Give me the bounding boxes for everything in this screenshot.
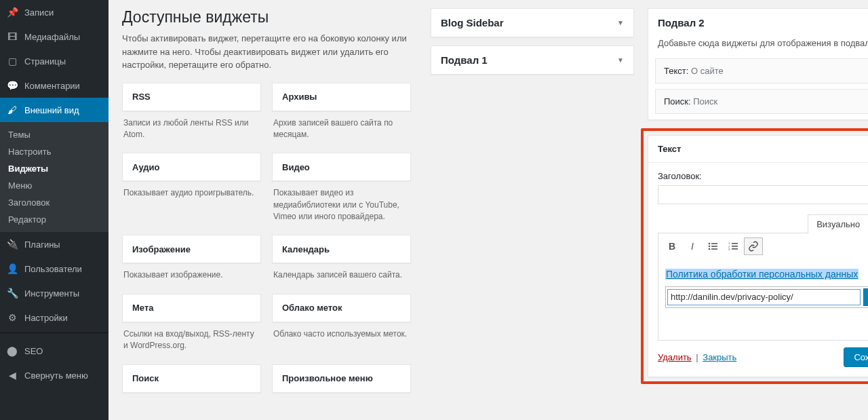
sidebar-item-collapse[interactable]: ◀ Свернуть меню bbox=[0, 363, 108, 387]
link-url-input[interactable] bbox=[667, 289, 861, 305]
widget-areas-col-2: Подвал 2 ▲ Добавьте сюда виджеты для ото… bbox=[648, 8, 868, 406]
delete-link[interactable]: Удалить bbox=[658, 352, 692, 362]
sidebar-item-appearance[interactable]: 🖌 Внешний вид bbox=[0, 98, 108, 122]
area-title: Подвал 2 bbox=[658, 17, 705, 28]
sub-widgets[interactable]: Виджеты bbox=[0, 160, 108, 177]
area-title: Blog Sidebar bbox=[441, 17, 504, 28]
widget-header[interactable]: Облако меток bbox=[272, 294, 411, 322]
area-widget-item[interactable]: Поиск: Поиск▼ bbox=[655, 89, 868, 114]
tab-visual[interactable]: Визуально bbox=[808, 214, 868, 233]
available-widget: МетаСсылки на вход/выход, RSS-ленту и Wo… bbox=[122, 294, 261, 356]
comment-icon: 💬 bbox=[5, 79, 19, 92]
area-widget-item[interactable]: Текст: О сайте▼ bbox=[655, 58, 868, 83]
svg-point-0 bbox=[709, 242, 711, 244]
available-desc: Чтобы активировать виджет, перетащите ег… bbox=[122, 32, 407, 72]
widget-grid: RSSЗаписи из любой ленты RSS или Atom.Ар… bbox=[122, 83, 417, 393]
widget-header[interactable]: Произвольное меню bbox=[272, 364, 411, 393]
sidebar-item-plugins[interactable]: 🔌 Плагины bbox=[0, 232, 108, 256]
area-footer-2: Подвал 2 ▲ Добавьте сюда виджеты для ото… bbox=[648, 8, 868, 120]
link-button[interactable] bbox=[744, 237, 763, 255]
sidebar-item-comments[interactable]: 💬 Комментарии bbox=[0, 73, 108, 98]
widget-description: Календарь записей вашего сайта. bbox=[272, 263, 411, 285]
svg-rect-1 bbox=[711, 243, 717, 244]
sub-customize[interactable]: Настроить bbox=[0, 143, 108, 160]
number-list-button[interactable]: 123 bbox=[724, 237, 743, 255]
apply-link-button[interactable] bbox=[863, 288, 868, 306]
sidebar-item-label: Страницы bbox=[24, 56, 66, 66]
sidebar-item-label: Внешний вид bbox=[24, 105, 79, 115]
widget-header[interactable]: Календарь bbox=[272, 235, 411, 263]
collapse-icon: ◀ bbox=[5, 368, 19, 382]
svg-rect-11 bbox=[732, 248, 738, 250]
brush-icon: 🖌 bbox=[5, 103, 19, 117]
widget-description: Архив записей вашего сайта по месяцам. bbox=[272, 111, 411, 145]
separator: | bbox=[696, 352, 698, 362]
seo-icon: ⬤ bbox=[5, 344, 19, 358]
open-widget-text: Текст ▲ Заголовок: Визуально Текст B bbox=[648, 135, 868, 377]
sidebar-item-seo[interactable]: ⬤ SEO bbox=[0, 339, 108, 363]
title-input[interactable] bbox=[658, 185, 868, 204]
widget-header[interactable]: Видео bbox=[272, 153, 411, 181]
bullet-list-button[interactable] bbox=[703, 237, 722, 255]
svg-rect-7 bbox=[732, 243, 738, 244]
widget-header[interactable]: RSS bbox=[122, 83, 261, 111]
area-footer-1: Подвал 1 ▼ bbox=[431, 45, 634, 75]
tool-icon: 🔧 bbox=[5, 286, 19, 300]
open-widget-title: Текст bbox=[658, 144, 681, 154]
editor-link-text[interactable]: Политика обработки персональных данных bbox=[665, 269, 859, 280]
sidebar-item-label: Настройки bbox=[24, 313, 68, 323]
svg-rect-5 bbox=[711, 248, 717, 250]
open-widget-header[interactable]: Текст ▲ bbox=[648, 136, 868, 163]
widget-header[interactable]: Поиск bbox=[122, 364, 261, 393]
available-widget: КалендарьКалендарь записей вашего сайта. bbox=[272, 235, 411, 285]
area-head[interactable]: Подвал 2 ▲ bbox=[648, 9, 868, 37]
svg-rect-3 bbox=[711, 246, 717, 247]
sub-header[interactable]: Заголовок bbox=[0, 194, 108, 211]
sidebar-item-pages[interactable]: ▢ Страницы bbox=[0, 49, 108, 73]
sub-themes[interactable]: Темы bbox=[0, 126, 108, 143]
editor-tabs: Визуально Текст bbox=[658, 214, 868, 233]
sidebar-item-media[interactable]: 🎞 Медиафайлы bbox=[0, 24, 108, 49]
sidebar-item-label: Записи bbox=[24, 7, 54, 18]
open-widget-body: Заголовок: Визуально Текст B I bbox=[648, 163, 868, 377]
link-url-popup bbox=[665, 286, 868, 308]
available-widget: Произвольное меню bbox=[272, 364, 411, 393]
sidebar-item-tools[interactable]: 🔧 Инструменты bbox=[0, 281, 108, 305]
editor-content[interactable]: Политика обработки персональных данных bbox=[658, 259, 868, 341]
area-head[interactable]: Blog Sidebar ▼ bbox=[431, 9, 633, 37]
sidebar-item-settings[interactable]: ⚙ Настройки bbox=[0, 305, 108, 330]
admin-sidebar: 📌 Записи 🎞 Медиафайлы ▢ Страницы 💬 Комме… bbox=[0, 0, 108, 420]
widget-description: Показывает аудио проигрыватель. bbox=[122, 181, 261, 203]
sidebar-separator bbox=[0, 332, 108, 336]
sidebar-item-posts[interactable]: 📌 Записи bbox=[0, 0, 108, 24]
available-widgets: Доступные виджеты Чтобы активировать вид… bbox=[122, 8, 417, 406]
user-icon: 👤 bbox=[5, 262, 19, 275]
svg-rect-9 bbox=[732, 246, 738, 247]
available-widget: RSSЗаписи из любой ленты RSS или Atom. bbox=[122, 83, 261, 145]
widget-areas-col-1: Blog Sidebar ▼ Подвал 1 ▼ bbox=[431, 8, 634, 406]
main: Доступные виджеты Чтобы активировать вид… bbox=[108, 0, 868, 420]
widget-header[interactable]: Аудио bbox=[122, 153, 261, 181]
sidebar-item-label: SEO bbox=[24, 346, 43, 356]
sub-menus[interactable]: Меню bbox=[0, 177, 108, 194]
sidebar-item-label: Плагины bbox=[24, 240, 60, 250]
svg-text:3: 3 bbox=[728, 248, 730, 251]
area-head[interactable]: Подвал 1 ▼ bbox=[431, 46, 633, 74]
bold-button[interactable]: B bbox=[663, 237, 682, 255]
sidebar-item-users[interactable]: 👤 Пользователи bbox=[0, 256, 108, 281]
available-widget: АудиоПоказывает аудио проигрыватель. bbox=[122, 153, 261, 227]
italic-button[interactable]: I bbox=[683, 237, 702, 255]
area-blog-sidebar: Blog Sidebar ▼ bbox=[431, 8, 634, 37]
sub-editor[interactable]: Редактор bbox=[0, 211, 108, 228]
available-widget: Облако метокОблако часто используемых ме… bbox=[272, 294, 411, 356]
close-link[interactable]: Закрыть bbox=[703, 352, 736, 362]
widget-description: Записи из любой ленты RSS или Atom. bbox=[122, 111, 261, 145]
widget-header[interactable]: Мета bbox=[122, 294, 261, 322]
appearance-submenu: Темы Настроить Виджеты Меню Заголовок Ре… bbox=[0, 122, 108, 232]
sidebar-item-label: Пользователи bbox=[24, 264, 82, 274]
svg-point-2 bbox=[709, 245, 711, 247]
widget-header[interactable]: Архивы bbox=[272, 83, 411, 111]
widget-description: Облако часто используемых меток. bbox=[272, 322, 411, 344]
widget-header[interactable]: Изображение bbox=[122, 235, 261, 263]
save-button[interactable]: Сохранить bbox=[844, 347, 868, 367]
